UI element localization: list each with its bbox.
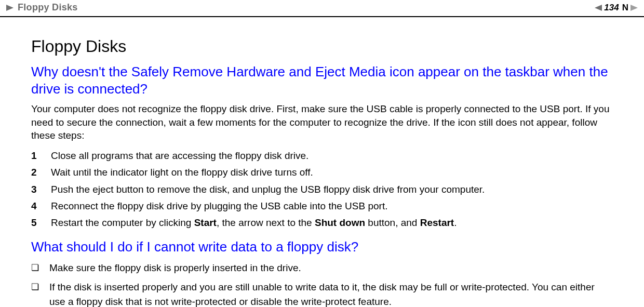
bullet-list: ❏ Make sure the floppy disk is properly …	[31, 261, 613, 307]
document-page: Floppy Disks 134 N Floppy Disks Why does…	[0, 0, 644, 307]
step-number: 4	[31, 198, 39, 215]
header-left: Floppy Disks	[6, 2, 78, 13]
bold-shutdown: Shut down	[315, 217, 365, 228]
header-right: 134 N	[595, 3, 638, 13]
step-item: 3 Push the eject button to remove the di…	[31, 181, 613, 198]
step-item: 1 Close all programs that are accessing …	[31, 148, 613, 164]
step-text: Close all programs that are accessing th…	[51, 148, 308, 164]
nav-forward-icon[interactable]	[6, 5, 14, 11]
intro-paragraph: Your computer does not recognize the flo…	[31, 102, 613, 142]
list-item: ❏ If the disk is inserted properly and y…	[31, 280, 613, 307]
t: .	[454, 217, 457, 228]
page-number: 134	[604, 3, 620, 13]
section-title: Floppy Disks	[31, 37, 613, 56]
page-prev-icon[interactable]	[595, 5, 602, 11]
step-item: 5 Restart the computer by clicking Start…	[31, 215, 613, 231]
t: button, and	[365, 217, 420, 228]
t: , the arrow next to the	[217, 217, 315, 228]
page-content: Floppy Disks Why doesn't the Safely Remo…	[0, 17, 644, 307]
step-number: 5	[31, 215, 39, 231]
step-item: 2 Wait until the indicator light on the …	[31, 164, 613, 181]
step-text: Wait until the indicator light on the fl…	[51, 164, 313, 181]
square-bullet-icon: ❏	[31, 261, 39, 275]
list-item: ❏ Make sure the floppy disk is properly …	[31, 261, 613, 275]
step-item: 4 Reconnect the floppy disk drive by plu…	[31, 198, 613, 215]
bullet-text: Make sure the floppy disk is properly in…	[49, 261, 301, 275]
step-number: 3	[31, 181, 39, 198]
step-number: 2	[31, 164, 39, 181]
step-number: 1	[31, 148, 39, 164]
step-text: Reconnect the floppy disk drive by plugg…	[51, 198, 388, 215]
question-heading-1: Why doesn't the Safely Remove Hardware a…	[31, 63, 613, 97]
step-text: Restart the computer by clicking Start, …	[51, 215, 457, 231]
steps-list: 1 Close all programs that are accessing …	[31, 148, 613, 231]
page-next-icon[interactable]	[630, 5, 638, 11]
t: Restart the computer by clicking	[51, 217, 194, 228]
bold-start: Start	[194, 217, 217, 228]
nav-letter: N	[622, 3, 628, 13]
step-text: Push the eject button to remove the disk…	[51, 181, 485, 198]
question-heading-2: What should I do if I cannot write data …	[31, 238, 613, 256]
page-header: Floppy Disks 134 N	[0, 0, 644, 17]
bold-restart: Restart	[420, 217, 454, 228]
breadcrumb[interactable]: Floppy Disks	[18, 2, 78, 13]
square-bullet-icon: ❏	[31, 280, 39, 307]
bullet-text: If the disk is inserted properly and you…	[49, 280, 613, 307]
